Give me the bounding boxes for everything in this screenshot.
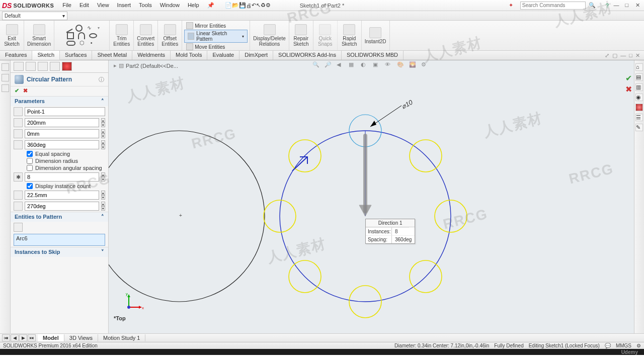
tab-moldtools[interactable]: Mold Tools xyxy=(171,51,207,60)
spline-tool-icon[interactable]: ∿ xyxy=(87,25,94,32)
pmgr-tab-config[interactable] xyxy=(38,62,48,71)
repair-sketch-button[interactable]: Repair Sketch xyxy=(289,21,313,50)
rect-tool-icon[interactable] xyxy=(67,32,74,39)
video-progress-bar[interactable] xyxy=(0,349,644,355)
line-tool-icon[interactable] xyxy=(63,23,72,33)
rail-chart-icon[interactable] xyxy=(2,84,9,92)
tab-features[interactable]: Features xyxy=(0,51,32,60)
entities-list[interactable]: Arc6 xyxy=(14,234,105,246)
nav-first[interactable]: ⏮ xyxy=(2,334,10,341)
sec-entities[interactable]: Entities to Pattern˄ xyxy=(11,212,108,222)
search-go-icon[interactable]: 🔍 xyxy=(589,2,596,9)
config-dropdown[interactable]: Default▾ xyxy=(2,12,67,20)
callout-spacing[interactable]: 360deg xyxy=(392,235,415,243)
graphics-canvas[interactable]: ▸ ▧ Part2 (Default<<De... 🔍 🔎 ◀ ▦ ◐ ▣ 👁 … xyxy=(109,60,634,333)
radius-down[interactable]: ▾ xyxy=(101,123,105,127)
nav-last[interactable]: ⏭ xyxy=(28,334,36,341)
ellipse-tool-icon[interactable] xyxy=(89,33,97,38)
minimize-button[interactable]: — xyxy=(612,2,621,8)
menu-help[interactable]: Help xyxy=(184,1,203,10)
rail-display-icon[interactable] xyxy=(2,74,9,81)
new-doc-button[interactable]: 📄 xyxy=(225,2,232,9)
arc-offset-field[interactable] xyxy=(25,129,99,138)
equal-spacing-check[interactable]: Equal spacing xyxy=(11,150,108,157)
status-gear-icon[interactable]: ⚙ xyxy=(636,343,641,348)
instant2d-button[interactable]: Instant2D xyxy=(362,21,390,50)
cancel-button[interactable]: ✖ xyxy=(23,87,28,94)
window-icon[interactable]: ▢ xyxy=(612,52,617,59)
task-home-icon[interactable]: ⌂ xyxy=(635,63,643,71)
options-button[interactable]: ⚙ xyxy=(266,2,271,9)
tab-addins[interactable]: SOLIDWORKS Add-Ins xyxy=(273,51,342,60)
tab-motion[interactable]: Motion Study 1 xyxy=(98,334,145,341)
radius-up[interactable]: ▴ xyxy=(101,118,105,123)
pmgr-help-icon[interactable]: ⓘ xyxy=(99,76,104,83)
tab-sketch[interactable]: Sketch xyxy=(32,51,60,60)
status-balloon-icon[interactable]: 💬 xyxy=(605,343,611,348)
task-view-icon[interactable]: ◉ xyxy=(635,94,643,101)
menu-pin-icon[interactable]: 📌 xyxy=(204,1,218,10)
task-props-icon[interactable]: ☰ xyxy=(635,114,643,121)
pmgr-tab-dim[interactable] xyxy=(50,62,60,71)
menu-window[interactable]: Window xyxy=(156,1,183,10)
menu-file[interactable]: File xyxy=(59,1,75,10)
smart-dimension-button[interactable]: Smart Dimension xyxy=(24,21,54,50)
rapid-sketch-button[interactable]: Rapid Sketch xyxy=(338,21,362,50)
move-entities-button[interactable]: Move Entities xyxy=(184,43,248,51)
mirror-entities-button[interactable]: Mirror Entities xyxy=(184,22,248,30)
status-units[interactable]: MMGS xyxy=(616,343,631,348)
select-button[interactable]: ↖ xyxy=(256,2,261,9)
task-forum-icon[interactable]: ✎ xyxy=(635,124,643,131)
save-button[interactable]: 💾 xyxy=(239,2,246,9)
quick-snaps-button[interactable]: Quick Snaps xyxy=(313,21,338,50)
slot-tool-icon[interactable] xyxy=(66,41,75,46)
rebuild-button[interactable]: ♻ xyxy=(261,2,266,9)
sec-parameters[interactable]: Parameters˄ xyxy=(11,97,108,106)
linear-pattern-button[interactable]: Linear Sketch Pattern▾ xyxy=(184,30,248,43)
seed-radius-field[interactable] xyxy=(25,191,99,200)
angle-field[interactable] xyxy=(25,140,99,149)
tab-mbd[interactable]: SOLIDWORKS MBD xyxy=(342,51,404,60)
tab-sheetmetal[interactable]: Sheet Metal xyxy=(92,51,132,60)
maximize-button[interactable]: □ xyxy=(622,2,631,8)
expand-icon[interactable]: ⤢ xyxy=(605,52,609,59)
dimension-radius-check[interactable]: Dimension radius xyxy=(11,157,108,164)
tab-3dviews[interactable]: 3D Views xyxy=(64,334,98,341)
polygon-tool-icon[interactable]: ⬡ xyxy=(79,40,87,47)
dimension-angular-check[interactable]: Dimension angular spacing xyxy=(11,164,108,171)
display-count-check[interactable]: Display instance count xyxy=(11,183,108,190)
tab-weldments[interactable]: Weldments xyxy=(132,51,171,60)
tab-dimxpert[interactable]: DimXpert xyxy=(239,51,273,60)
menu-insert[interactable]: Insert xyxy=(114,1,135,10)
display-relations-button[interactable]: Display/Delete Relations xyxy=(250,21,289,50)
convert-entities-button[interactable]: Convert Entities xyxy=(134,21,158,50)
tab-surfaces[interactable]: Surfaces xyxy=(60,51,92,60)
task-lib-icon[interactable]: ▤ xyxy=(635,73,643,81)
search-input[interactable] xyxy=(520,2,586,10)
canvas-cancel-icon[interactable]: ✖ xyxy=(625,84,632,94)
callout-instances[interactable]: 8 xyxy=(392,227,409,235)
tab-evaluate[interactable]: Evaluate xyxy=(207,51,239,60)
arc-tool-icon[interactable] xyxy=(78,32,85,39)
close-button[interactable]: ✕ xyxy=(633,2,642,9)
sec-skip[interactable]: Instances to Skip˅ xyxy=(11,247,108,257)
circle-tool-icon[interactable] xyxy=(75,25,83,32)
offset-entities-button[interactable]: Offset Entities xyxy=(158,21,182,50)
trim-entities-button[interactable]: Trim Entities xyxy=(110,21,134,50)
help-button[interactable]: ? xyxy=(606,3,609,9)
task-appear-icon[interactable] xyxy=(635,104,643,111)
pmgr-tab-appear[interactable] xyxy=(62,62,72,71)
seed-angle-field[interactable] xyxy=(25,202,99,211)
exit-sketch-button[interactable]: Exit Sketch xyxy=(0,21,24,50)
nav-prev[interactable]: ◀ xyxy=(11,334,19,341)
child-min-icon[interactable]: — xyxy=(620,52,626,58)
nav-next[interactable]: ▶ xyxy=(19,334,27,341)
tab-model[interactable]: Model xyxy=(38,334,64,341)
point-tool-icon[interactable]: • xyxy=(91,40,98,47)
center-point-field[interactable] xyxy=(25,107,105,116)
task-explorer-icon[interactable]: ▥ xyxy=(635,83,643,91)
pmgr-tab-props[interactable] xyxy=(26,62,36,71)
print-button[interactable]: 🖨 xyxy=(246,3,252,9)
instances-field[interactable] xyxy=(25,172,99,182)
menu-edit[interactable]: Edit xyxy=(76,1,93,10)
